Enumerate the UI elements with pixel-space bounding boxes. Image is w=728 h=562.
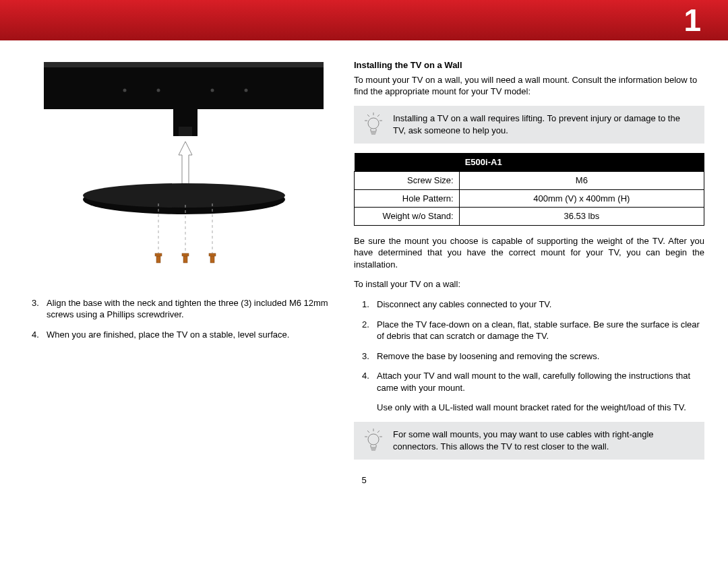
- svg-line-29: [377, 431, 380, 433]
- svg-rect-7: [179, 127, 192, 136]
- svg-point-2: [123, 89, 127, 92]
- svg-point-5: [245, 89, 248, 92]
- step-4: When you are finished, place the TV on a…: [32, 329, 334, 341]
- step-text: Place the TV face-down on a clean, flat,…: [377, 319, 700, 342]
- step-text: When you are finished, place the TV on a…: [47, 330, 289, 340]
- table-row: Screw Size:M6: [355, 172, 704, 190]
- table-row: Hole Pattern:400mm (V) x 400mm (H): [355, 189, 704, 208]
- step-3: Align the base with the neck and tighten…: [32, 297, 334, 321]
- install-step-2: Place the TV face-down on a clean, flat,…: [362, 319, 704, 342]
- svg-line-28: [367, 431, 369, 433]
- lightbulb-icon: [363, 113, 384, 137]
- ul-note: Use only with a UL-listed wall mount bra…: [354, 402, 704, 414]
- install-intro: To install your TV on a wall:: [354, 278, 704, 290]
- svg-rect-18: [209, 253, 216, 256]
- tip-text: Installing a TV on a wall requires lifti…: [393, 113, 695, 136]
- svg-point-24: [368, 118, 379, 129]
- lightbulb-icon: [363, 429, 384, 453]
- svg-rect-16: [182, 253, 189, 256]
- step-text: Remove the base by loosening and removin…: [377, 351, 599, 361]
- left-steps-list: Align the base with the neck and tighten…: [24, 297, 334, 341]
- chapter-header: 1: [0, 0, 728, 40]
- step-text: Disconnect any cables connected to your …: [377, 299, 551, 309]
- svg-rect-1: [44, 62, 324, 67]
- chapter-number: 1: [684, 0, 701, 41]
- svg-point-32: [368, 434, 379, 445]
- svg-rect-14: [155, 253, 162, 256]
- tip-box-cables: For some wall mounts, you may want to us…: [354, 422, 704, 460]
- left-column: Align the base with the neck and tighten…: [24, 59, 334, 469]
- spec-table: E500i-A1 Screw Size:M6 Hole Pattern:400m…: [354, 153, 704, 226]
- section-title: Installing the TV on a Wall: [354, 59, 704, 71]
- install-steps-list: Disconnect any cables connected to your …: [354, 299, 704, 394]
- mount-paragraph: Be sure the mount you choose is capable …: [354, 235, 704, 271]
- svg-rect-0: [44, 62, 324, 109]
- tip-box-lifting: Installing a TV on a wall requires lifti…: [354, 106, 704, 144]
- step-text: Attach your TV and wall mount to the wal…: [377, 371, 690, 393]
- install-step-1: Disconnect any cables connected to your …: [362, 299, 704, 311]
- tv-stand-diagram: [24, 59, 327, 276]
- page-content: Align the base with the neck and tighten…: [0, 40, 728, 469]
- page-number: 5: [0, 474, 728, 487]
- intro-paragraph: To mount your TV on a wall, you will nee…: [354, 74, 704, 98]
- svg-line-21: [377, 115, 380, 117]
- table-row: Weight w/o Stand:36.53 lbs: [355, 208, 704, 226]
- svg-point-4: [211, 89, 214, 92]
- model-header: E500i-A1: [459, 153, 704, 172]
- tip-text: For some wall mounts, you may want to us…: [393, 429, 695, 452]
- svg-line-20: [367, 115, 369, 117]
- install-step-3: Remove the base by loosening and removin…: [362, 350, 704, 363]
- step-text: Align the base with the neck and tighten…: [47, 298, 328, 320]
- svg-point-3: [157, 89, 160, 92]
- install-step-4: Attach your TV and wall mount to the wal…: [362, 370, 704, 394]
- right-column: Installing the TV on a Wall To mount you…: [354, 59, 704, 469]
- svg-point-9: [83, 183, 285, 208]
